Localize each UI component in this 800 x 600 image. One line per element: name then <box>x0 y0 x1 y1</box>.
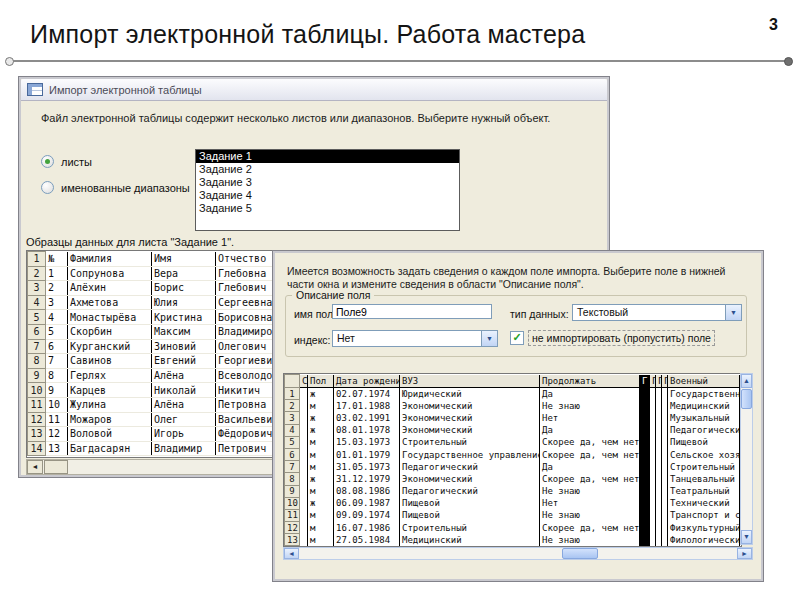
table-row[interactable]: 6м01.01.1979Государственное управлениеСк… <box>285 448 740 460</box>
radio-sheets[interactable] <box>41 155 54 168</box>
sample-data-label: Образцы данных для листа "Задание 1". <box>26 236 234 248</box>
divider-left-dot <box>5 57 14 66</box>
index-value: Нет <box>337 332 355 344</box>
scroll-up-icon[interactable]: ▲ <box>741 374 752 388</box>
horizontal-scrollbar[interactable]: ◄ ► <box>283 547 753 560</box>
table-row[interactable]: 1ж02.07.1974ЮридическийДаГосударственное <box>285 388 740 400</box>
table-row[interactable]: 4ж08.01.1978ЭкономическийДаПедагогически… <box>285 424 740 436</box>
table-row[interactable]: 7м31.05.1973ПедагогическийДаСтроительный <box>285 461 740 473</box>
page-number: 3 <box>769 16 778 34</box>
table-row[interactable]: 2м17.01.1988ЭкономическийНе знаюМедицинс… <box>285 400 740 412</box>
chevron-down-icon[interactable]: ▼ <box>725 305 741 320</box>
instruction-text: Имеется возможность задать сведения о ка… <box>287 265 745 291</box>
scroll-down-icon[interactable]: ▼ <box>741 530 752 544</box>
divider-right-dot <box>784 57 793 66</box>
scroll-left-icon[interactable]: ◄ <box>284 548 299 559</box>
scrollbar-thumb[interactable] <box>562 548 598 559</box>
list-item[interactable]: Задание 2 <box>196 163 459 176</box>
field-description-group: Описание поля имя поля: тип данных: Текс… <box>285 295 747 357</box>
table-row[interactable]: 5м15.03.1973СтроительныйСкорее да, чем н… <box>285 436 740 448</box>
list-item[interactable]: Задание 3 <box>196 176 459 189</box>
scroll-left-icon[interactable]: ◄ <box>27 460 43 474</box>
scrollbar-thumb[interactable] <box>44 460 68 474</box>
field-description-legend: Описание поля <box>292 289 374 301</box>
radio-named-ranges[interactable] <box>41 181 54 194</box>
list-item[interactable]: Задание 4 <box>196 189 459 202</box>
vertical-scrollbar[interactable]: ▲ ▼ <box>740 373 753 545</box>
list-item[interactable]: Задание 1 <box>196 150 459 163</box>
dialog-titlebar[interactable]: Импорт электронной таблицы <box>21 79 607 101</box>
data-type-select[interactable]: Текстовый ▼ <box>572 304 742 321</box>
instruction-text: Файл электронной таблицы содержит нескол… <box>41 111 591 125</box>
skip-field-row[interactable]: ✓ не импортировать (пропустить) поле <box>510 330 715 346</box>
page-title: Импорт электронной таблицы. Работа масте… <box>30 20 585 49</box>
field-options-wizard-dialog: Имеется возможность задать сведения о ка… <box>272 250 764 582</box>
spreadsheet-icon <box>27 83 43 96</box>
index-label: индекс: <box>294 334 331 346</box>
table-row[interactable]: 3ж03.02.1991ЭкономическийНетМузыкальный <box>285 412 740 424</box>
field-name-input[interactable] <box>332 304 492 319</box>
data-type-label: тип данных: <box>510 308 569 320</box>
divider-line <box>12 60 786 62</box>
radio-row-sheets[interactable]: листы <box>41 155 92 168</box>
radio-row-ranges[interactable]: именованные диапазоны <box>41 181 190 194</box>
field-data-table: СПолДата рожденияВУЗПродолжатьГГГГВоенны… <box>283 373 742 547</box>
scroll-right-icon[interactable]: ► <box>737 548 752 559</box>
index-select[interactable]: Нет ▼ <box>332 330 498 347</box>
table-row[interactable]: 11м09.09.1974ПищевойНе знаюТранспорт и с… <box>285 509 740 521</box>
table-header-row: СПолДата рожденияВУЗПродолжатьГГГГВоенны… <box>285 375 740 388</box>
table-row[interactable]: 12м16.07.1986СтроительныйСкорее да, чем … <box>285 522 740 534</box>
chevron-down-icon[interactable]: ▼ <box>481 331 497 346</box>
data-type-value: Текстовый <box>577 306 628 318</box>
skip-field-label: не импортировать (пропустить) поле <box>528 330 715 346</box>
scrollbar-thumb[interactable] <box>741 389 752 409</box>
list-item[interactable]: Задание 5 <box>196 202 459 215</box>
table-row[interactable]: 9м08.08.1986ПедагогическийНе знаюТеатрал… <box>285 485 740 497</box>
radio-sheets-label: листы <box>61 156 92 168</box>
table-row[interactable]: 10ж06.09.1987ПищевойНетТехнический <box>285 497 740 509</box>
sheet-listbox[interactable]: Задание 1Задание 2Задание 3Задание 4Зада… <box>195 149 460 231</box>
skip-field-checkbox[interactable]: ✓ <box>510 331 524 345</box>
radio-named-ranges-label: именованные диапазоны <box>61 182 190 194</box>
table-row[interactable]: 13м27.05.1984МедицинскийНе знаюФилологич… <box>285 534 740 546</box>
dialog-title: Импорт электронной таблицы <box>49 84 202 96</box>
table-row[interactable]: 8ж31.12.1979ЭкономическийСкорее да, чем … <box>285 473 740 485</box>
